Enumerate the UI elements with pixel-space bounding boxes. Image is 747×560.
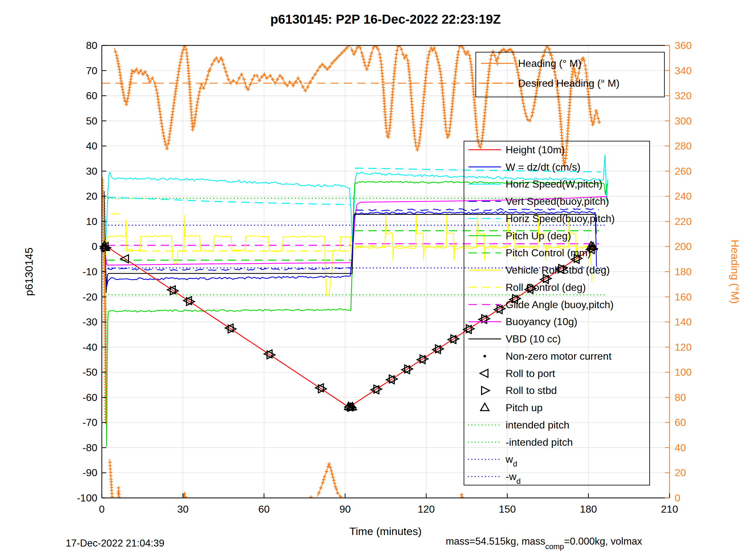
tick-label-right: 220 <box>675 216 692 227</box>
legend-item-label: Vehicle Roll Stbd (deg) <box>506 264 610 276</box>
legend-row: Buoyancy (10g) <box>468 316 577 327</box>
axis-layer: 80706050403020100-10-20-30-40-50-60-70-8… <box>77 40 692 515</box>
tick-label-left: 20 <box>86 190 97 202</box>
tick-label-x: 60 <box>258 503 270 515</box>
dive-plot-canvas: 80706050403020100-10-20-30-40-50-60-70-8… <box>0 0 747 560</box>
tick-label-right: 320 <box>675 90 692 102</box>
legend-sample-tri-left <box>480 369 488 377</box>
legend-item-label: -intended pitch <box>506 436 573 448</box>
legend-row: Vert Speed(buoy,pitch) <box>468 195 609 207</box>
tick-label-left: -70 <box>83 417 97 428</box>
tick-label-right: 0 <box>675 492 680 504</box>
tick-label-right: 280 <box>675 140 692 152</box>
tick-label-right: 300 <box>675 115 692 127</box>
tick-label-x: 180 <box>580 503 597 515</box>
tick-label-left: -100 <box>77 492 97 504</box>
tick-label-left: -80 <box>83 442 97 453</box>
tick-label-right: 360 <box>675 40 692 51</box>
tick-label-x: 210 <box>661 503 678 515</box>
legend-row: Non-zero motor current <box>484 350 612 362</box>
dive-plot-figure: 80706050403020100-10-20-30-40-50-60-70-8… <box>0 0 747 560</box>
tick-label-x: 120 <box>417 503 435 515</box>
tick-label-x: 30 <box>177 503 188 515</box>
tick-label-left: -10 <box>83 266 97 277</box>
legend-row: Height (10m) <box>468 144 565 156</box>
legend-sample-tri-right <box>482 386 490 395</box>
legend-item-label: Pitch up <box>506 402 543 414</box>
legend-row: -intended pitch <box>468 436 573 448</box>
tick-label-right: 200 <box>675 241 692 252</box>
legend-row: wd <box>468 453 517 468</box>
tick-label-right: 240 <box>675 190 692 202</box>
tick-label-right: 260 <box>675 165 692 177</box>
legend-layer: Heading (° M)Desired Heading (° M)Height… <box>464 52 664 485</box>
tick-label-right: 120 <box>675 342 692 353</box>
legend-sample-tri-up <box>481 403 489 410</box>
legend-row: Roll to port <box>480 368 555 379</box>
legend-row: Roll Control (deg) <box>468 282 586 293</box>
tick-label-left: -30 <box>83 316 97 328</box>
legend-item-label: Roll Control (deg) <box>506 282 586 293</box>
tick-label-right: 340 <box>675 65 692 77</box>
tick-label-left: -40 <box>83 342 97 353</box>
legend-sample-plus <box>495 61 499 65</box>
tick-label-right: 60 <box>675 417 686 428</box>
legend-item-label: wd <box>505 453 517 468</box>
legend-item-label: Height (10m) <box>506 144 565 156</box>
legend-item-label: Pitch Up (deg) <box>506 230 571 242</box>
legend-row: Vehicle Roll Stbd (deg) <box>468 264 610 276</box>
footer-mass: mass=54.515kg, masscomp=0.000kg, volmax <box>446 536 642 551</box>
tick-label-right: 80 <box>675 392 686 403</box>
tick-label-left: 40 <box>86 140 97 152</box>
tick-label-right: 100 <box>675 366 692 378</box>
legend-row: Glide Angle (buoy,pitch) <box>468 299 614 311</box>
legend-row: Pitch up <box>481 402 543 414</box>
tick-label-right: 160 <box>675 291 692 303</box>
legend-item-label: Vert Speed(buoy,pitch) <box>506 195 609 207</box>
legend-row: intended pitch <box>468 419 569 431</box>
y-axis-label-right: Heading (°M) <box>729 240 741 304</box>
legend-row: Horiz Speed(W,pitch) <box>468 178 602 190</box>
tick-label-x: 90 <box>339 503 351 515</box>
tick-label-left: 50 <box>86 115 97 127</box>
tick-label-left: 70 <box>86 65 97 77</box>
legend-item-label: intended pitch <box>506 419 569 431</box>
legend-row: VBD (10 cc) <box>468 333 561 345</box>
tick-label-left: 80 <box>86 40 97 51</box>
tick-label-left: 10 <box>86 216 97 227</box>
legend-sample-dot <box>484 355 486 357</box>
legend-row: Roll to stbd <box>482 384 557 396</box>
legend-item-label: Glide Angle (buoy,pitch) <box>506 299 614 311</box>
legend-item-label: Roll to stbd <box>506 384 557 396</box>
legend-item-label: Roll to port <box>506 368 555 379</box>
legend-item-label: Desired Heading (° M) <box>518 77 620 89</box>
tick-label-x: 150 <box>499 503 516 515</box>
tick-label-right: 20 <box>675 467 686 478</box>
legend-item-label: W = dz/dt (cm/s) <box>506 161 581 173</box>
tick-label-left: 30 <box>86 165 97 177</box>
legend-item-label: Heading (° M) <box>518 58 582 69</box>
legend-item-label: Horiz Speed(buoy,pitch) <box>506 213 615 224</box>
main-legend-box <box>464 141 650 485</box>
tick-label-left: -20 <box>83 291 97 303</box>
tick-label-left: -50 <box>83 366 97 378</box>
tick-label-left: -90 <box>83 467 97 478</box>
tick-label-left: -60 <box>83 392 97 403</box>
footer-timestamp: 17-Dec-2022 21:04:39 <box>66 538 164 549</box>
tick-label-x: 0 <box>99 503 105 515</box>
legend-item-label: Buoyancy (10g) <box>506 316 577 327</box>
legend-item-label: Non-zero motor current <box>506 350 612 362</box>
legend-item-label: Pitch Control (mm) <box>506 247 591 259</box>
legend-row: Pitch Control (mm) <box>468 247 591 259</box>
tick-label-right: 180 <box>675 266 692 277</box>
tick-label-left: 0 <box>92 241 97 252</box>
y-axis-label-left: p6130145 <box>23 247 35 296</box>
plot-title: p6130145: P2P 16-Dec-2022 22:23:19Z <box>270 12 501 26</box>
tick-label-right: 140 <box>675 316 692 328</box>
x-axis-label: Time (minutes) <box>349 525 421 537</box>
tick-label-left: 60 <box>86 90 97 102</box>
tick-label-right: 40 <box>675 442 686 453</box>
legend-row-heading: Desired Heading (° M) <box>481 77 620 89</box>
legend-item-label: Horiz Speed(W,pitch) <box>506 178 602 190</box>
legend-item-label: VBD (10 cc) <box>506 333 561 345</box>
